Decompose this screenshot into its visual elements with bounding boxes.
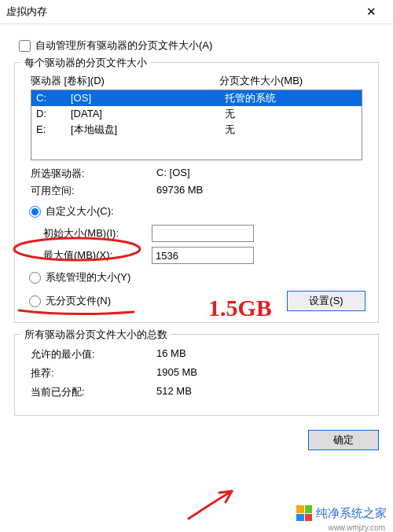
drive-list[interactable]: C: [OS] 托管的系统 D: [DATA] 无 E: [本地磁盘] 无 (31, 90, 362, 160)
drive-letter: E: (36, 123, 71, 137)
drives-group: 每个驱动器的分页文件大小 驱动器 [卷标](D) 分页文件大小(MB) C: [… (14, 62, 379, 323)
radio-custom-size-row[interactable]: 自定义大小(C): (28, 203, 365, 220)
auto-manage-checkbox[interactable] (19, 40, 31, 52)
auto-manage-checkbox-row[interactable]: 自动管理所有驱动器的分页文件大小(A) (19, 39, 379, 53)
drive-label: [OS] (71, 91, 225, 105)
watermark-logo-icon (296, 505, 312, 521)
initial-size-label: 初始大小(MB)(I): (43, 226, 152, 240)
max-size-row: 最大值(MB)(X): (43, 247, 365, 264)
drive-page: 托管的系统 (225, 91, 357, 105)
selected-drive-value: C: [OS] (156, 167, 362, 181)
drive-label: [DATA] (71, 107, 225, 121)
auto-manage-label: 自动管理所有驱动器的分页文件大小(A) (35, 39, 212, 53)
totals-group-label: 所有驱动器分页文件大小的总数 (21, 328, 171, 342)
max-size-label: 最大值(MB)(X): (43, 248, 152, 262)
max-size-input[interactable] (152, 247, 254, 264)
drive-row[interactable]: E: [本地磁盘] 无 (31, 122, 362, 138)
drive-label: [本地磁盘] (71, 123, 225, 137)
min-row: 允许的最小值: 16 MB (31, 347, 362, 361)
radio-system-managed[interactable] (29, 272, 41, 284)
radio-none-label: 无分页文件(N) (46, 294, 111, 308)
window-title: 虚拟内存 (6, 5, 355, 19)
cur-label: 当前已分配: (31, 385, 156, 399)
close-button[interactable]: ✕ (355, 1, 387, 23)
drive-row[interactable]: D: [DATA] 无 (31, 106, 362, 122)
watermark-text: 纯净系统之家 (316, 506, 387, 521)
radio-custom-label: 自定义大小(C): (46, 204, 114, 218)
dialog-buttons: 确定 (0, 427, 393, 450)
radio-system-label: 系统管理的大小(Y) (46, 270, 130, 284)
header-drive: 驱动器 [卷标](D) (31, 74, 219, 88)
drive-letter: C: (36, 91, 71, 105)
min-label: 允许的最小值: (31, 347, 156, 361)
drives-group-label: 每个驱动器的分页文件大小 (21, 56, 150, 70)
cur-value: 512 MB (156, 385, 362, 399)
drive-page: 无 (225, 107, 357, 121)
free-space-value: 69736 MB (156, 184, 362, 198)
rec-label: 推荐: (31, 366, 156, 380)
selected-drive-row: 所选驱动器: C: [OS] (31, 167, 362, 181)
drive-row[interactable]: C: [OS] 托管的系统 (31, 90, 362, 106)
ok-button[interactable]: 确定 (308, 430, 379, 450)
titlebar: 虚拟内存 ✕ (0, 0, 393, 24)
totals-group: 所有驱动器分页文件大小的总数 允许的最小值: 16 MB 推荐: 1905 MB… (14, 334, 379, 416)
watermark-url: www.wmjzy.com (328, 523, 385, 532)
header-page: 分页文件大小(MB) (219, 74, 362, 88)
rec-value: 1905 MB (156, 366, 362, 380)
initial-size-row: 初始大小(MB)(I): (43, 225, 365, 242)
drive-list-header: 驱动器 [卷标](D) 分页文件大小(MB) (31, 74, 362, 88)
close-icon: ✕ (366, 5, 376, 19)
drive-page: 无 (225, 123, 357, 137)
cur-row: 当前已分配: 512 MB (31, 385, 362, 399)
watermark: 纯净系统之家 (296, 505, 387, 521)
radio-no-paging-row[interactable]: 无分页文件(N) 设置(S) (28, 291, 365, 311)
rec-row: 推荐: 1905 MB (31, 366, 362, 380)
min-value: 16 MB (156, 347, 362, 361)
drive-letter: D: (36, 107, 71, 121)
selected-drive-label: 所选驱动器: (31, 167, 156, 181)
set-button[interactable]: 设置(S) (287, 291, 365, 311)
radio-system-managed-row[interactable]: 系统管理的大小(Y) (28, 269, 365, 286)
free-space-label: 可用空间: (31, 184, 156, 198)
radio-custom-size[interactable] (29, 206, 41, 218)
initial-size-input[interactable] (152, 225, 254, 242)
free-space-row: 可用空间: 69736 MB (31, 184, 362, 198)
radio-no-paging[interactable] (29, 295, 41, 307)
